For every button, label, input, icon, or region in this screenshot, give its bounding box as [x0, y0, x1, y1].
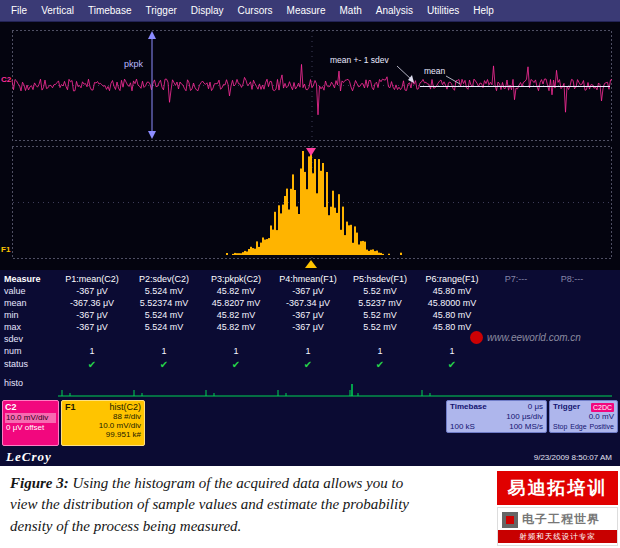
menu-item-trigger[interactable]: Trigger	[138, 2, 183, 19]
status-check-p3: ✔	[232, 359, 240, 370]
param-header-p5[interactable]: P5:hsdev(F1)	[353, 274, 407, 284]
training-watermark: 易迪拓培训	[497, 471, 618, 505]
cell-p2-min: 5.524 mV	[145, 310, 184, 320]
cell-p5-min: 5.52 mV	[363, 310, 397, 320]
cell-p1-value: -367 μV	[76, 286, 108, 296]
caption-text: Using the histogram of the acquired data…	[10, 475, 409, 534]
timebase-title: Timebase	[450, 402, 487, 412]
status-footer: LeCroy 9/23/2009 8:50:07 AM	[0, 448, 620, 466]
menu-item-measure[interactable]: Measure	[280, 2, 333, 19]
caption-paragraph: Figure 3: Using the histogram of the acq…	[10, 473, 418, 537]
waveform-area: pkpk mean +- 1 sdev mean C2 F1	[0, 22, 620, 270]
cell-p4-min: -367 μV	[292, 310, 324, 320]
status-check-p6: ✔	[448, 359, 456, 370]
cell-p2-value: 5.524 mV	[145, 286, 184, 296]
timebase-scale: 100 μs/div	[506, 412, 543, 422]
c2-descriptor-title: C2	[5, 402, 56, 413]
eeworld-text: www.eeworld.com.cn	[487, 332, 581, 343]
cell-p2-mean: 5.52374 mV	[140, 298, 189, 308]
cell-p4-value: -367 μV	[292, 286, 324, 296]
cell-p1-num: 1	[89, 346, 94, 356]
param-header-p2[interactable]: P2:sdev(C2)	[139, 274, 189, 284]
cell-p5-max: 5.52 mV	[363, 322, 397, 332]
f1-descriptor-title: F1	[65, 402, 76, 412]
menu-item-analysis[interactable]: Analysis	[369, 2, 420, 19]
timebase-box[interactable]: Timebase 0 μs 100 μs/div 100 kS 100 MS/s	[446, 400, 547, 433]
param-header-p1[interactable]: P1:mean(C2)	[65, 274, 119, 284]
menu-bar: FileVerticalTimebaseTriggerDisplayCursor…	[0, 0, 620, 22]
trigger-source-tag: C2DC	[591, 403, 614, 412]
f1-population: 99.951 k#	[65, 430, 141, 439]
chip-icon	[502, 512, 518, 528]
cell-p2-max: 5.524 mV	[145, 322, 184, 332]
trigger-slope: Positive	[589, 422, 614, 432]
cell-p5-value: 5.52 mV	[363, 286, 397, 296]
row-label-value: value	[4, 286, 26, 296]
status-check-p5: ✔	[376, 359, 384, 370]
eeworld-watermark: www.eeworld.com.cn	[470, 331, 581, 344]
measure-header: Measure	[4, 274, 41, 284]
cell-p6-num: 1	[449, 346, 454, 356]
cell-p3-num: 1	[233, 346, 238, 356]
figure-label: Figure 3:	[10, 475, 69, 491]
row-label-sdev: sdev	[4, 334, 23, 344]
menu-item-timebase[interactable]: Timebase	[81, 2, 139, 19]
param-header-p3[interactable]: P3:pkpk(C2)	[211, 274, 261, 284]
histicon-row	[0, 383, 620, 399]
menu-item-utilities[interactable]: Utilities	[420, 2, 466, 19]
status-check-p1: ✔	[88, 359, 96, 370]
f1-bin-scale: 88 #/div	[65, 412, 141, 421]
timebase-delay: 0 μs	[528, 402, 543, 412]
logo-title: 电子工程世界	[522, 511, 600, 528]
cell-p3-mean: 45.8207 mV	[212, 298, 261, 308]
cell-p6-max: 45.80 mV	[433, 322, 472, 332]
trigger-title: Trigger	[553, 402, 580, 412]
timebase-rate: 100 MS/s	[509, 422, 543, 432]
cell-p1-max: -367 μV	[76, 322, 108, 332]
pkpk-label: pkpk	[124, 59, 144, 69]
param-header-p4[interactable]: P4:hmean(F1)	[279, 274, 337, 284]
cell-p4-num: 1	[305, 346, 310, 356]
row-label-max: max	[4, 322, 21, 332]
menu-item-vertical[interactable]: Vertical	[34, 2, 81, 19]
oscilloscope-screen: FileVerticalTimebaseTriggerDisplayCursor…	[0, 0, 620, 548]
trigger-type: Edge	[570, 422, 586, 432]
scope-display[interactable]: pkpk mean +- 1 sdev mean C2 F1	[0, 22, 620, 270]
f1-channel-label: F1	[1, 245, 11, 254]
datetime-display: 9/23/2009 8:50:07 AM	[534, 453, 612, 462]
cell-p3-max: 45.82 mV	[217, 322, 256, 332]
menu-item-cursors[interactable]: Cursors	[231, 2, 280, 19]
cell-p4-mean: -367.34 μV	[286, 298, 330, 308]
c2-channel-label: C2	[1, 75, 12, 84]
logo-top-row: 电子工程世界	[498, 508, 617, 530]
eeworld-logo-icon	[470, 331, 483, 344]
param-header-p8[interactable]: P8:---	[561, 274, 584, 284]
cell-p3-min: 45.82 mV	[217, 310, 256, 320]
menu-item-display[interactable]: Display	[184, 2, 231, 19]
cell-p6-min: 45.80 mV	[433, 310, 472, 320]
lecroy-logo: LeCroy	[6, 449, 52, 465]
menu-item-help[interactable]: Help	[466, 2, 501, 19]
row-label-status: status	[4, 359, 28, 369]
row-label-num: num	[4, 346, 22, 356]
mean-label: mean	[424, 66, 446, 76]
cell-p5-mean: 5.5237 mV	[358, 298, 402, 308]
trigger-level: 0.0 mV	[589, 412, 614, 422]
cell-p6-mean: 45.8000 mV	[428, 298, 477, 308]
c2-descriptor-box[interactable]: C2 10.0 mV/div 0 μV offset	[2, 400, 59, 446]
trigger-mode: Stop	[553, 422, 567, 432]
cell-p5-num: 1	[377, 346, 382, 356]
param-header-p6[interactable]: P6:range(F1)	[425, 274, 478, 284]
status-check-p2: ✔	[160, 359, 168, 370]
trigger-box[interactable]: Trigger C2DC 0.0 mV Stop Edge Positive	[549, 400, 618, 433]
menu-item-math[interactable]: Math	[333, 2, 369, 19]
menu-item-file[interactable]: File	[4, 2, 34, 19]
f1-descriptor-box[interactable]: F1 hist(C2) 88 #/div 10.0 mV/div 99.951 …	[61, 400, 145, 446]
cell-p6-value: 45.80 mV	[433, 286, 472, 296]
cell-p4-max: -367 μV	[292, 322, 324, 332]
c2-vertical-scale: 10.0 mV/div	[5, 413, 56, 423]
param-header-p7[interactable]: P7:---	[505, 274, 528, 284]
f1-function: hist(C2)	[109, 402, 141, 412]
row-label-mean: mean	[4, 298, 27, 308]
status-check-p4: ✔	[304, 359, 312, 370]
